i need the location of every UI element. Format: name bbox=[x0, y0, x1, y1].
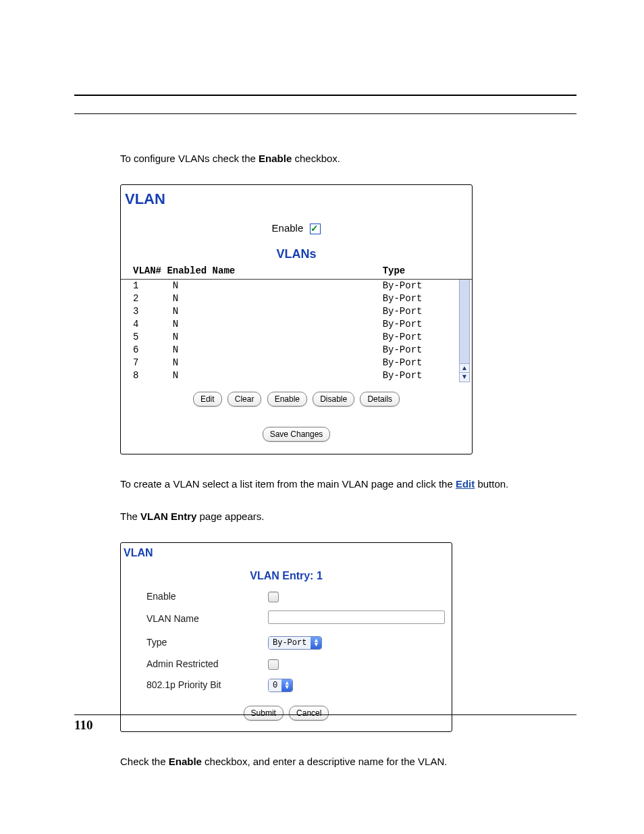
details-button[interactable]: Details bbox=[360, 392, 400, 407]
vlan-enable-label: Enable bbox=[272, 222, 304, 234]
save-changes-button[interactable]: Save Changes bbox=[263, 427, 331, 442]
chevron-updown-icon: ▲▼ bbox=[281, 679, 292, 692]
priority-bit-value: 0 bbox=[269, 679, 281, 692]
table-row[interactable]: 7 N By-Port bbox=[121, 357, 458, 369]
appears-prefix: The bbox=[120, 511, 140, 522]
intro-text-bold: Enable bbox=[259, 153, 292, 164]
vlans-subheading: VLANs bbox=[121, 239, 472, 265]
table-row[interactable]: 4 N By-Port bbox=[121, 318, 458, 331]
appears-paragraph: The VLAN Entry page appears. bbox=[120, 510, 576, 523]
priority-bit-select[interactable]: 0 ▲▼ bbox=[268, 679, 293, 692]
vlan-enable-checkbox[interactable] bbox=[310, 224, 321, 234]
edit-button[interactable]: Edit bbox=[193, 392, 222, 407]
scroll-down-icon[interactable]: ▼ bbox=[460, 372, 469, 382]
vlan-name-label: VLAN Name bbox=[146, 613, 268, 625]
page: To configure VLANs check the Enable chec… bbox=[0, 0, 644, 834]
vlan-entry-panel: VLAN VLAN Entry: 1 Enable VLAN Name Type… bbox=[120, 542, 452, 732]
vlan-name-input[interactable] bbox=[268, 610, 445, 624]
top-rule-thin bbox=[74, 113, 576, 114]
clear-button[interactable]: Clear bbox=[227, 392, 262, 407]
mid-paragraph: To create a VLAN select a list item from… bbox=[120, 477, 576, 491]
footer-rule bbox=[74, 714, 576, 715]
intro-text-prefix: To configure VLANs check the bbox=[120, 153, 259, 164]
table-row[interactable]: 5 N By-Port bbox=[121, 331, 458, 344]
appears-suffix: page appears. bbox=[196, 511, 264, 522]
disable-button[interactable]: Disable bbox=[313, 392, 354, 407]
enable-field-checkbox[interactable] bbox=[268, 592, 279, 602]
vlan-button-row: Edit Clear Enable Disable Details bbox=[121, 382, 472, 412]
table-row[interactable]: 6 N By-Port bbox=[121, 344, 458, 357]
enable-field-label: Enable bbox=[146, 590, 268, 603]
content-column: To configure VLANs check the Enable chec… bbox=[120, 152, 576, 768]
vlan-entry-panel-title: VLAN bbox=[121, 543, 452, 562]
edit-link[interactable]: Edit bbox=[456, 478, 475, 490]
save-row: Save Changes bbox=[121, 412, 472, 454]
admin-restricted-label: Admin Restricted bbox=[146, 658, 268, 671]
final-paragraph: Check the Enable checkbox, and enter a d… bbox=[120, 755, 576, 768]
page-footer: 110 bbox=[74, 714, 576, 733]
final-suffix: checkbox, and enter a descriptive name f… bbox=[202, 756, 448, 767]
table-row[interactable]: 2 N By-Port bbox=[121, 292, 458, 305]
final-prefix: Check the bbox=[120, 756, 169, 767]
vlan-panel: VLAN Enable VLANs VLAN# Enabled Name Typ… bbox=[120, 184, 473, 454]
top-rule-thick bbox=[74, 95, 576, 96]
vlan-entry-form: Enable VLAN Name Type By-Port ▲▼ Admin R… bbox=[121, 586, 452, 696]
intro-paragraph: To configure VLANs check the Enable chec… bbox=[120, 152, 576, 165]
enable-button[interactable]: Enable bbox=[267, 392, 307, 407]
chevron-updown-icon: ▲▼ bbox=[311, 637, 321, 649]
type-label: Type bbox=[146, 636, 268, 649]
vlan-panel-title: VLAN bbox=[121, 185, 472, 212]
vlan-enable-row: Enable bbox=[121, 212, 472, 239]
mid-text-prefix: To create a VLAN select a list item from… bbox=[120, 478, 456, 490]
table-row[interactable]: 8 N By-Port bbox=[121, 369, 458, 382]
table-row[interactable]: 1 N By-Port bbox=[121, 280, 458, 292]
table-row[interactable]: 3 N By-Port bbox=[121, 305, 458, 318]
vlan-table-body: 1 N By-Port 2 N By-Port 3 N By-Port 4 N bbox=[121, 280, 472, 382]
vlan-entry-heading: VLAN Entry: 1 bbox=[121, 562, 452, 586]
type-select-value: By-Port bbox=[269, 637, 311, 649]
type-select[interactable]: By-Port ▲▼ bbox=[268, 636, 322, 650]
admin-restricted-checkbox[interactable] bbox=[268, 659, 279, 670]
vlan-table-header: VLAN# Enabled Name Type bbox=[121, 265, 472, 280]
intro-text-suffix: checkbox. bbox=[292, 153, 340, 164]
page-number: 110 bbox=[74, 718, 576, 733]
mid-text-suffix: button. bbox=[475, 478, 508, 490]
scrollbar[interactable]: ▲ ▼ bbox=[459, 280, 470, 382]
final-bold: Enable bbox=[169, 756, 202, 767]
appears-bold: VLAN Entry bbox=[140, 511, 196, 522]
priority-bit-label: 802.1p Priority Bit bbox=[146, 679, 268, 692]
